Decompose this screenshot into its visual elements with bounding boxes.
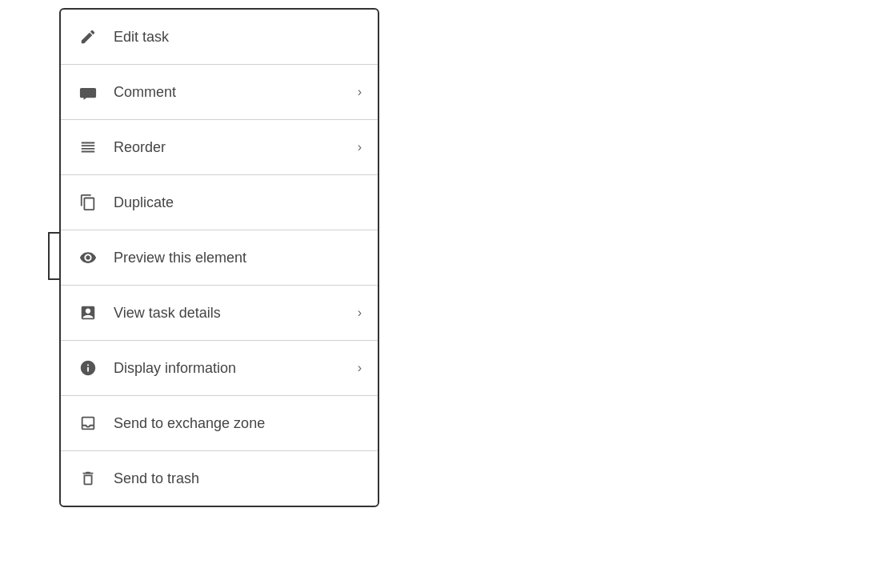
- menu-item-view-task-details[interactable]: View task details ›: [61, 286, 378, 340]
- duplicate-label: Duplicate: [114, 194, 362, 211]
- menu-item-display-information[interactable]: Display information ›: [61, 341, 378, 395]
- menu-item-reorder[interactable]: Reorder ›: [61, 120, 378, 174]
- trash-icon: [77, 467, 99, 490]
- reorder-chevron: ›: [358, 140, 362, 154]
- comment-label: Comment: [114, 84, 351, 101]
- context-menu: Edit task Comment › Reorder ›: [59, 8, 379, 507]
- comment-icon: [77, 81, 99, 103]
- display-information-label: Display information: [114, 360, 351, 377]
- context-menu-wrapper: Edit task Comment › Reorder ›: [48, 8, 379, 507]
- menu-item-send-to-trash[interactable]: Send to trash: [61, 451, 378, 506]
- display-information-chevron: ›: [358, 361, 362, 375]
- view-task-details-chevron: ›: [358, 306, 362, 320]
- inbox-icon: [77, 412, 99, 434]
- eye-icon: [77, 246, 99, 269]
- edit-task-label: Edit task: [114, 29, 362, 46]
- pencil-icon: [77, 26, 99, 48]
- info-icon: [77, 357, 99, 379]
- duplicate-icon: [77, 191, 99, 214]
- task-details-icon: [77, 302, 99, 324]
- send-to-exchange-label: Send to exchange zone: [114, 415, 362, 432]
- preview-label: Preview this element: [114, 250, 362, 266]
- menu-item-duplicate[interactable]: Duplicate: [61, 175, 378, 230]
- menu-item-comment[interactable]: Comment ›: [61, 65, 378, 119]
- comment-chevron: ›: [358, 85, 362, 99]
- reorder-label: Reorder: [114, 139, 351, 156]
- view-task-details-label: View task details: [114, 305, 351, 322]
- menu-item-preview[interactable]: Preview this element: [61, 230, 378, 285]
- reorder-icon: [77, 136, 99, 158]
- send-to-trash-label: Send to trash: [114, 470, 362, 487]
- menu-item-edit-task[interactable]: Edit task: [61, 10, 378, 64]
- menu-item-send-to-exchange[interactable]: Send to exchange zone: [61, 396, 378, 450]
